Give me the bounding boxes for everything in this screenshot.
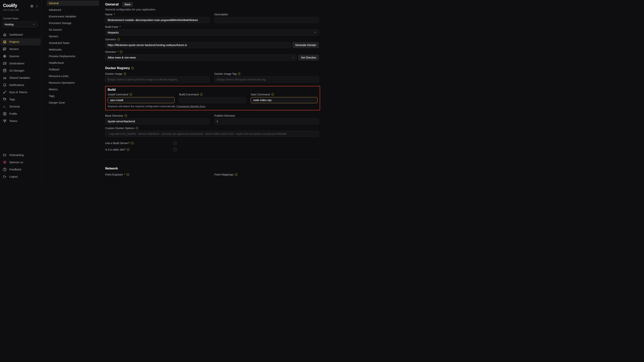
- custom-docker-options-input[interactable]: [105, 131, 319, 137]
- info-icon[interactable]: i: [120, 51, 122, 53]
- description-input[interactable]: [214, 17, 319, 23]
- sidebar-item-label: Notifications: [9, 84, 24, 87]
- subnav-item-resource-limits[interactable]: Resource Limits: [47, 74, 99, 79]
- save-button[interactable]: Save: [122, 2, 133, 7]
- static-site-label: Is it a static site?i: [105, 148, 173, 151]
- subnav-item-resource-operations[interactable]: Resource Operations: [47, 80, 99, 85]
- base-directory-input[interactable]: [105, 118, 210, 124]
- sidebar-item-onboarding[interactable]: Onboarding: [0, 151, 41, 159]
- static-site-toggle-row: Is it a static site?i: [105, 148, 319, 151]
- build-pack-label: Build Pack*: [105, 25, 319, 29]
- required-asterisk: *: [117, 50, 118, 53]
- direction-select[interactable]: Allow www & non-www.: [105, 55, 297, 61]
- info-icon[interactable]: i: [136, 127, 138, 130]
- sidebar-item-projects[interactable]: Projects: [0, 38, 41, 46]
- build-command-input[interactable]: [179, 97, 246, 103]
- subnav-item-environment-variables[interactable]: Environment Variables: [47, 14, 99, 19]
- description-label: Description: [214, 13, 319, 16]
- description-field-group: Description: [214, 13, 319, 23]
- subnav-item-metrics[interactable]: Metrics: [47, 87, 99, 92]
- subnav-item-git-source[interactable]: Git Source: [47, 27, 99, 32]
- start-command-input[interactable]: [251, 97, 318, 103]
- app-version: v4.0.0-beta.399: [0, 9, 41, 11]
- info-icon[interactable]: i: [200, 93, 202, 96]
- sidebar-item-label: Onboarding: [9, 154, 24, 157]
- sidebar-item-label: S3 Storages: [9, 69, 24, 72]
- sidebar-item-s3-storages[interactable]: S3 Storages: [0, 67, 41, 74]
- info-icon[interactable]: i: [126, 173, 129, 176]
- custom-docker-options-field-group: Custom Docker Optionsi: [105, 127, 319, 137]
- home-icon: [3, 33, 6, 37]
- sidebar-item-shared-variables[interactable]: (x) Shared Variables: [0, 74, 41, 81]
- sidebar-item-sources[interactable]: Sources: [0, 53, 41, 60]
- sidebar-item-logout[interactable]: Logout: [0, 173, 41, 180]
- subnav-item-general[interactable]: General: [47, 1, 99, 6]
- sidebar-item-teams[interactable]: Teams: [0, 117, 41, 125]
- install-command-label: Install Commandi: [108, 93, 174, 96]
- build-pack-select-value: Nixpacks: [108, 31, 119, 34]
- theme-sun-icon[interactable]: [30, 4, 34, 8]
- framework-docs-link[interactable]: Framework Specific Docs: [176, 105, 206, 108]
- sidebar-item-dashboard[interactable]: Dashboard: [0, 31, 41, 38]
- subnav-item-webhooks[interactable]: Webhooks: [47, 47, 99, 52]
- team-select[interactable]: Hosting: [2, 22, 38, 27]
- sidebar-item-profile[interactable]: Profile: [0, 110, 41, 117]
- name-label: Name*: [105, 13, 210, 16]
- info-icon[interactable]: i: [131, 142, 134, 144]
- sidebar-item-terminal[interactable]: >_ Terminal: [0, 103, 41, 110]
- required-asterisk: *: [124, 173, 126, 176]
- sidebar-item-sponsor[interactable]: Sponsor us: [0, 159, 41, 166]
- publish-directory-input[interactable]: [214, 118, 319, 124]
- info-icon[interactable]: i: [131, 67, 134, 70]
- domains-input[interactable]: [105, 42, 291, 48]
- info-icon[interactable]: i: [127, 148, 130, 151]
- info-icon[interactable]: i: [235, 173, 238, 176]
- sidebar-collapse-icon[interactable]: [36, 5, 38, 8]
- generate-domain-button[interactable]: Generate Domain: [292, 42, 319, 48]
- section-divider: [105, 159, 319, 159]
- set-direction-button[interactable]: Set Direction: [298, 55, 319, 61]
- subnav-item-preview-deployments[interactable]: Preview Deployments: [47, 54, 99, 59]
- build-pack-select[interactable]: Nixpacks: [105, 30, 319, 36]
- sidebar-item-label: Feedback: [9, 168, 22, 171]
- subnav-item-advanced[interactable]: Advanced: [47, 7, 99, 13]
- required-asterisk: *: [114, 13, 115, 16]
- docker-image-tag-field-group: Docker Image Tagi: [214, 72, 319, 83]
- logout-icon: [3, 175, 6, 179]
- ports-mappings-label: Ports Mappingsi: [214, 173, 319, 176]
- sidebar-footer-nav: Onboarding Sponsor us Feedback Logout: [0, 151, 41, 180]
- sidebar-item-label: Logout: [9, 175, 18, 178]
- sidebar-item-destinations[interactable]: Destinations: [0, 60, 41, 67]
- subnav-item-scheduled-tasks[interactable]: Scheduled Tasks: [47, 40, 99, 46]
- sidebar-item-label: Destinations: [9, 62, 24, 65]
- sidebar-item-keys-tokens[interactable]: Keys & Tokens: [0, 89, 41, 96]
- sidebar-item-notifications[interactable]: Notifications: [0, 81, 41, 89]
- docker-image-tag-input[interactable]: [214, 77, 319, 83]
- sidebar-item-label: Projects: [9, 40, 19, 43]
- info-icon[interactable]: i: [271, 93, 274, 96]
- build-server-checkbox[interactable]: [173, 141, 177, 145]
- install-command-input[interactable]: [108, 97, 174, 103]
- info-icon[interactable]: i: [124, 114, 127, 117]
- name-input[interactable]: [105, 17, 210, 23]
- info-icon[interactable]: i: [238, 73, 240, 75]
- static-site-checkbox[interactable]: [173, 148, 177, 151]
- subnav-item-tags[interactable]: Tags: [47, 93, 99, 99]
- subnav-item-servers[interactable]: Servers: [47, 34, 99, 39]
- subnav-item-healthcheck[interactable]: Healthcheck: [47, 60, 99, 66]
- sidebar-item-feedback[interactable]: Feedback: [0, 166, 41, 173]
- sidebar-item-label: Profile: [9, 112, 17, 115]
- info-icon[interactable]: i: [117, 38, 120, 41]
- sidebar-item-label: Teams: [9, 120, 18, 123]
- docker-image-input[interactable]: [105, 77, 210, 83]
- sidebar-item-tags[interactable]: Tags: [0, 96, 41, 103]
- subnav-item-persistent-storage[interactable]: Persistent Storage: [47, 21, 99, 26]
- subnav-item-rollback[interactable]: Rollback: [47, 67, 99, 72]
- server-icon: [3, 47, 6, 51]
- info-icon[interactable]: i: [124, 73, 126, 75]
- app-logo: Coolify: [3, 3, 17, 8]
- sidebar-item-servers[interactable]: Servers: [0, 46, 41, 53]
- sidebar-item-label: Servers: [9, 48, 19, 51]
- info-icon[interactable]: i: [130, 93, 132, 96]
- subnav-item-danger-zone[interactable]: Danger Zone: [47, 100, 99, 105]
